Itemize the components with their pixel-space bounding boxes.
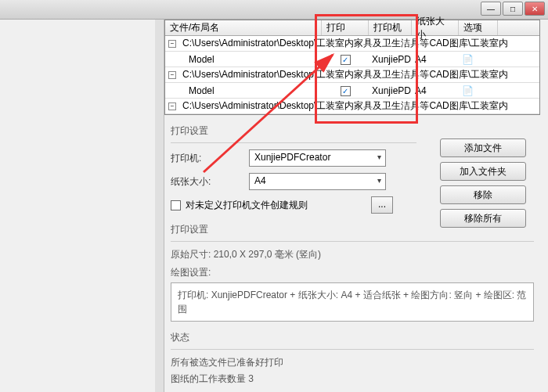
header-printer[interactable]: 打印机 xyxy=(369,20,412,35)
row-paper: A4 xyxy=(412,85,459,97)
row-printer: XunjiePDF xyxy=(369,53,412,66)
row-printer: XunjiePDF xyxy=(369,85,412,97)
action-buttons: 添加文件 加入文件夹 移除 移除所有 xyxy=(440,138,526,228)
group-path: C:\Users\Administrator\Desktop\工装室内家具及卫生… xyxy=(179,67,539,82)
header-name[interactable]: 文件/布局名 xyxy=(165,20,322,35)
remove-all-button[interactable]: 移除所有 xyxy=(440,209,526,228)
left-panel-edge xyxy=(155,20,164,392)
remove-button[interactable]: 移除 xyxy=(440,185,526,204)
table-row-group[interactable]: − C:\Users\Administrator\Desktop\工装室内家具及… xyxy=(165,99,539,114)
undef-rule-checkbox[interactable] xyxy=(171,200,181,210)
paper-select[interactable]: A4 xyxy=(249,173,386,190)
status-sheets: 图纸的工作表数量 3 xyxy=(171,372,534,386)
print-checkbox[interactable]: ✓ xyxy=(341,86,351,96)
header-options[interactable]: 选项 xyxy=(459,20,498,35)
print-info-section: 打印设置 原始尺寸: 210,0 X 297,0 毫米 (竖向) 绘图设置: 打… xyxy=(164,223,540,322)
row-name: Model xyxy=(165,85,322,97)
table-row[interactable]: Model ✓ XunjiePDF A4 📄 xyxy=(165,52,539,67)
row-options-icon[interactable]: 📄 xyxy=(459,53,498,66)
file-table: 文件/布局名 打印 打印机 纸张大小 选项 − C:\Users\Adminis… xyxy=(164,20,540,115)
browse-button[interactable]: ... xyxy=(371,196,393,214)
collapse-icon[interactable]: − xyxy=(168,40,176,48)
undef-rule-label: 对未定义打印机文件创建规则 xyxy=(186,199,308,212)
status-ready: 所有被选文件已准备好打印 xyxy=(171,356,534,369)
close-button[interactable]: ✕ xyxy=(525,2,545,16)
header-print[interactable]: 打印 xyxy=(322,20,369,35)
print-settings-section: 打印设置 打印机: XunjiePDFCreator 纸张大小: A4 对未定义… xyxy=(164,124,423,214)
group-path: C:\Users\Administrator\Desktop\工装室内家具及卫生… xyxy=(179,36,539,51)
dialog-window: — □ ✕ 文件/布局名 打印 打印机 纸张大小 选项 − C:\Users\A… xyxy=(0,0,548,392)
collapse-icon[interactable]: − xyxy=(168,102,176,110)
maximize-button[interactable]: □ xyxy=(503,2,523,16)
table-row-group[interactable]: − C:\Users\Administrator\Desktop\工装室内家具及… xyxy=(165,36,539,52)
printer-select[interactable]: XunjiePDFCreator xyxy=(249,149,386,167)
paper-label: 纸张大小: xyxy=(171,175,249,189)
table-row-group[interactable]: − C:\Users\Administrator\Desktop\工装室内家具及… xyxy=(165,67,539,83)
minimize-button[interactable]: — xyxy=(481,2,501,16)
table-header: 文件/布局名 打印 打印机 纸张大小 选项 xyxy=(165,20,539,36)
printer-label: 打印机: xyxy=(171,152,249,165)
status-section: 状态 所有被选文件已准备好打印 图纸的工作表数量 3 xyxy=(164,331,540,386)
row-paper: A4 xyxy=(412,53,459,66)
add-folder-button[interactable]: 加入文件夹 xyxy=(440,162,526,181)
section-title: 打印设置 xyxy=(171,124,416,138)
header-paper[interactable]: 纸张大小 xyxy=(412,20,459,35)
row-options-icon[interactable]: 📄 xyxy=(459,85,498,97)
row-name: Model xyxy=(165,53,322,66)
main-content: 文件/布局名 打印 打印机 纸张大小 选项 − C:\Users\Adminis… xyxy=(164,20,540,392)
section-title: 状态 xyxy=(171,331,534,344)
add-file-button[interactable]: 添加文件 xyxy=(440,138,526,157)
table-row[interactable]: Model ✓ XunjiePDF A4 📄 xyxy=(165,83,539,99)
collapse-icon[interactable]: − xyxy=(168,71,176,79)
draw-settings-label: 绘图设置: xyxy=(171,266,534,279)
titlebar: — □ ✕ xyxy=(0,0,548,20)
group-path: C:\Users\Administrator\Desktop\工装室内家具及卫生… xyxy=(179,99,539,113)
print-checkbox[interactable]: ✓ xyxy=(341,55,351,65)
draw-settings-value: 打印机: XunjiePDFCreator + 纸张大小: A4 + 适合纸张 … xyxy=(171,282,534,322)
orig-size: 原始尺寸: 210,0 X 297,0 毫米 (竖向) xyxy=(171,248,534,261)
